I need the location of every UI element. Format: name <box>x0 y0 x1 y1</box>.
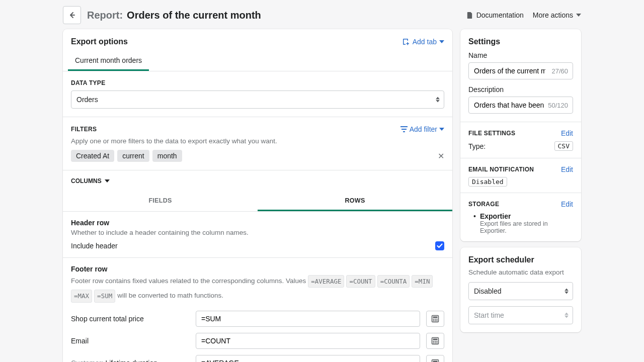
description-counter: 50/120 <box>548 102 568 109</box>
calculator-button[interactable] <box>426 311 444 327</box>
select-chevron-icon <box>565 313 569 318</box>
svg-rect-7 <box>436 320 437 321</box>
include-header-checkbox[interactable] <box>435 241 444 250</box>
export-options-title: Export options <box>71 37 128 46</box>
caret-down-icon <box>576 14 581 17</box>
name-counter: 27/60 <box>551 67 568 75</box>
arrow-left-icon <box>68 11 76 19</box>
email-notification-value: Disabled <box>468 177 507 187</box>
tab-current-month[interactable]: Current month orders <box>68 51 149 71</box>
file-type-label: Type: <box>468 142 486 150</box>
title-prefix: Report: <box>87 10 123 21</box>
add-filter-button[interactable]: Add filter <box>400 125 444 133</box>
footer-field-label: Shop current total price <box>71 315 190 323</box>
storage-desc: Export files are stored in Exportier. <box>480 220 573 234</box>
settings-title: Settings <box>460 29 581 46</box>
select-chevron-icon <box>565 289 569 294</box>
documentation-link[interactable]: Documentation <box>466 11 524 19</box>
svg-rect-3 <box>435 319 436 320</box>
scheduler-start-placeholder: Start time <box>474 311 504 319</box>
file-settings-edit[interactable]: Edit <box>561 129 573 137</box>
file-type-value: CSV <box>554 141 573 151</box>
function-chip: =MIN <box>412 275 433 288</box>
calculator-button[interactable] <box>426 355 444 363</box>
svg-rect-1 <box>433 316 438 318</box>
footer-field-label: Customer: Lifetime duration <box>71 359 190 363</box>
function-chip: =SUM <box>94 290 115 302</box>
footer-field-input[interactable] <box>196 333 420 349</box>
add-tab-button[interactable]: Add tab <box>402 38 444 46</box>
caret-down-icon <box>105 179 110 183</box>
filter-chip[interactable]: month <box>152 150 182 162</box>
include-header-label: Include header <box>71 242 118 250</box>
filter-chip[interactable]: current <box>117 150 149 162</box>
check-icon <box>437 243 443 248</box>
remove-filter-button[interactable]: ✕ <box>438 151 444 161</box>
more-actions-button[interactable]: More actions <box>533 11 581 19</box>
page-title: Orders of the current month <box>127 10 261 21</box>
scheduler-title: Export scheduler <box>460 247 581 264</box>
file-settings-label: FILE SETTINGS <box>468 130 515 137</box>
footer-field-row: Email <box>71 333 444 349</box>
caret-down-icon <box>439 40 444 43</box>
caret-down-icon <box>439 128 444 131</box>
function-chip: =COUNT <box>346 275 375 288</box>
scheduler-status-select[interactable]: Disabled <box>468 282 573 300</box>
svg-rect-13 <box>433 342 434 343</box>
scheduler-desc: Schedule automatic data export <box>460 268 581 276</box>
email-notification-edit[interactable]: Edit <box>561 165 573 173</box>
svg-rect-12 <box>436 341 437 342</box>
select-chevron-icon <box>436 97 440 103</box>
data-type-value: Orders <box>76 96 98 104</box>
storage-edit[interactable]: Edit <box>561 200 573 208</box>
columns-toggle[interactable]: COLUMNS <box>63 170 452 192</box>
svg-rect-4 <box>436 319 437 320</box>
name-label: Name <box>468 51 573 59</box>
svg-rect-6 <box>435 320 436 321</box>
svg-rect-2 <box>433 319 434 320</box>
subtab-rows[interactable]: ROWS <box>258 192 452 211</box>
header-row-desc: Whether to include a header containing t… <box>71 229 444 236</box>
documentation-label: Documentation <box>476 11 524 19</box>
storage-label: STORAGE <box>468 201 499 208</box>
header-row-title: Header row <box>71 219 444 227</box>
columns-subtabs: FIELDS ROWS <box>63 192 452 212</box>
function-chip: =MAX <box>71 290 92 302</box>
function-chip: =COUNTA <box>377 275 410 288</box>
email-notification-label: EMAIL NOTIFICATION <box>468 166 534 173</box>
back-button[interactable] <box>63 6 81 24</box>
svg-rect-10 <box>433 341 434 342</box>
calculator-button[interactable] <box>426 333 444 349</box>
footer-field-input[interactable] <box>196 355 420 363</box>
svg-rect-5 <box>433 320 434 321</box>
top-bar: Report: Orders of the current month Docu… <box>63 4 581 29</box>
export-tabs: Current month orders <box>63 51 452 71</box>
footer-field-row: Shop current total price <box>71 311 444 327</box>
storage-name: Exportier <box>480 212 573 220</box>
export-options-card: Export options Add tab Current month ord… <box>63 29 452 362</box>
add-filter-label: Add filter <box>410 125 437 133</box>
more-actions-label: More actions <box>533 11 573 19</box>
filter-chip[interactable]: Created At <box>71 150 114 162</box>
svg-rect-14 <box>435 342 436 343</box>
svg-rect-15 <box>436 342 437 343</box>
filter-icon <box>400 126 408 132</box>
subtab-fields[interactable]: FIELDS <box>63 192 258 211</box>
settings-card: Settings Name 27/60 Description 50/120 <box>460 29 581 241</box>
footer-field-input[interactable] <box>196 311 420 327</box>
columns-label: COLUMNS <box>71 177 102 185</box>
scheduler-status-value: Disabled <box>474 287 501 295</box>
footer-row-title: Footer row <box>71 265 444 273</box>
data-type-select[interactable]: Orders <box>71 90 444 109</box>
footer-field-row: Customer: Lifetime duration <box>71 355 444 363</box>
svg-rect-9 <box>433 338 438 340</box>
document-icon <box>466 12 473 19</box>
description-label: Description <box>468 85 573 94</box>
data-type-label: DATA TYPE <box>71 79 444 86</box>
svg-rect-11 <box>435 341 436 342</box>
scheduler-start-select[interactable]: Start time <box>468 306 573 324</box>
filters-label: FILTERS <box>71 126 97 133</box>
filters-description: Apply one or more filters to the data to… <box>71 137 444 145</box>
add-tab-icon <box>402 38 410 46</box>
function-chip: =AVERAGE <box>308 275 344 288</box>
